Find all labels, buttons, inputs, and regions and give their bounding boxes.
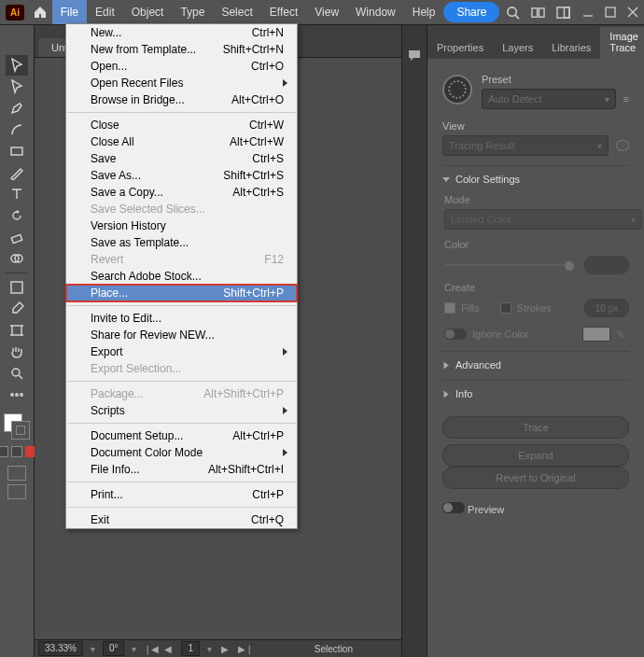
panel-tab-image-trace[interactable]: Image Trace [600,27,644,59]
workspace-icon[interactable] [551,0,576,24]
gradient-tool[interactable] [6,277,28,298]
pen-tool[interactable] [6,98,28,119]
more-tools[interactable] [6,384,28,405]
vertical-scrollbar[interactable] [390,232,399,279]
last-artboard-button[interactable]: ▶❘ [238,644,249,654]
menu-item-version-history[interactable]: Version History [66,217,297,234]
menu-item-scripts[interactable]: Scripts [66,402,297,419]
menu-item-close[interactable]: CloseCtrl+W [66,117,297,133]
menu-item-open-recent-files[interactable]: Open Recent Files [66,75,297,91]
shape-builder-tool[interactable] [6,248,28,269]
menu-item-object[interactable]: Object [123,0,173,24]
search-icon[interactable] [499,0,525,24]
preview-toggle[interactable] [442,502,465,513]
eyedropper-tool[interactable] [6,299,28,319]
tool-mode-label: Selection [315,644,353,654]
menu-item-document-setup[interactable]: Document Setup...Alt+Ctrl+P [66,427,297,444]
menu-item-export[interactable]: Export [66,343,297,360]
section-color-settings[interactable]: Color Settings [442,174,629,185]
comments-panel-strip[interactable] [401,25,427,657]
menu-item-new-from-template[interactable]: New from Template...Shift+Ctrl+N [66,41,297,58]
screen-mode-buttons[interactable] [7,466,26,499]
next-artboard-button[interactable]: ▶ [219,644,231,654]
menu-item-new[interactable]: New...Ctrl+N [66,24,297,41]
menu-item-window[interactable]: Window [347,0,404,24]
menu-item-browse-in-bridge[interactable]: Browse in Bridge...Alt+Ctrl+O [66,91,297,108]
artboard-number[interactable]: 1 [181,641,200,656]
ignore-color-toggle[interactable] [444,328,467,340]
draw-mode-boxes[interactable] [0,446,36,457]
menu-item-type[interactable]: Type [172,0,213,24]
eraser-tool[interactable] [6,227,28,247]
preset-select[interactable]: Auto Detect [482,89,616,109]
menu-item-file-info[interactable]: File Info...Alt+Shift+Ctrl+I [66,461,297,478]
window-minimize-button[interactable] [579,4,597,21]
share-button[interactable]: Share [443,2,499,22]
menu-item-file[interactable]: File [52,0,87,24]
color-value-box[interactable] [584,256,629,274]
menu-item-save[interactable]: SaveCtrl+S [66,150,297,167]
ignore-color-swatch[interactable] [582,327,610,342]
zoom-level[interactable]: 33.33% [38,641,83,656]
direct-selection-tool[interactable] [6,77,28,97]
menu-item-save-as[interactable]: Save As...Shift+Ctrl+S [66,167,297,184]
prev-artboard-button[interactable]: ◀ [162,644,174,654]
menu-item-search-adobe-stock[interactable]: Search Adobe Stock... [66,268,297,285]
menu-item-view[interactable]: View [306,0,347,24]
strokes-checkbox[interactable] [500,302,511,314]
menu-item-close-all[interactable]: Close AllAlt+Ctrl+W [66,133,297,150]
first-artboard-button[interactable]: ❘◀ [144,644,155,654]
selection-tool[interactable] [6,55,28,76]
rotation-value[interactable]: 0° [103,641,125,656]
view-select[interactable]: Tracing Result [442,135,609,156]
panel-tab-layers[interactable]: Layers [493,38,542,59]
panel-tab-libraries[interactable]: Libraries [542,38,600,59]
right-panel-tabs: PropertiesLayersLibrariesImage Trace [427,25,644,59]
svg-point-14 [16,394,18,396]
type-tool[interactable] [6,184,28,204]
fill-stroke-swatches[interactable] [4,413,30,440]
menu-item-help[interactable]: Help [404,0,444,24]
menu-item-open[interactable]: Open...Ctrl+O [66,58,297,75]
menu-item-place[interactable]: Place...Shift+Ctrl+P [66,285,297,301]
status-bar: 33.33% ▾ 0° ▾ ❘◀ ◀ 1 ▾ ▶ ▶❘ Selection [35,639,401,657]
expand-button[interactable]: Expand [442,444,629,467]
window-maximize-button[interactable] [601,4,620,21]
menu-item-effect[interactable]: Effect [261,0,306,24]
stroke-px-box[interactable]: 10 px [584,299,629,317]
section-advanced[interactable]: Advanced [442,359,629,370]
menu-item-save-a-copy[interactable]: Save a Copy...Alt+Ctrl+S [66,184,297,201]
revert-button[interactable]: Revert to Original [442,467,629,489]
right-panel: PropertiesLayersLibrariesImage Trace Pre… [427,25,644,657]
menu-item-save-as-template[interactable]: Save as Template... [66,234,297,251]
arrange-documents-icon[interactable] [525,0,551,24]
menu-item-print[interactable]: Print...Ctrl+P [66,486,297,503]
menu-item-document-color-mode[interactable]: Document Color Mode [66,444,297,461]
curvature-tool[interactable] [6,119,28,140]
fills-checkbox[interactable] [444,302,455,314]
section-info[interactable]: Info [442,388,629,399]
home-icon[interactable] [28,0,52,24]
rotate-tool[interactable] [6,205,28,226]
view-eye-icon[interactable] [616,140,629,151]
menu-separator [67,112,296,113]
eyedropper-icon[interactable]: ✎ [616,328,629,341]
rectangle-tool[interactable] [6,141,28,161]
svg-point-15 [21,394,22,396]
menu-item-exit[interactable]: ExitCtrl+Q [66,511,297,528]
mode-select[interactable]: Limited Color [444,209,642,230]
trace-button[interactable]: Trace [442,416,629,439]
zoom-tool[interactable] [6,363,28,384]
panel-tab-properties[interactable]: Properties [427,38,493,59]
artboard-tool[interactable] [6,320,28,341]
hand-tool[interactable] [6,342,28,362]
menu-item-edit[interactable]: Edit [87,0,123,24]
menu-item-share-for-review-new[interactable]: Share for Review NEW... [66,327,297,343]
paintbrush-tool[interactable] [6,162,28,183]
mode-label: Mode [444,194,629,205]
color-slider[interactable] [444,264,575,266]
panel-menu-icon[interactable]: ≡ [623,93,629,105]
menu-item-select[interactable]: Select [213,0,260,24]
window-close-button[interactable] [623,4,642,21]
menu-item-invite-to-edit[interactable]: Invite to Edit... [66,310,297,327]
